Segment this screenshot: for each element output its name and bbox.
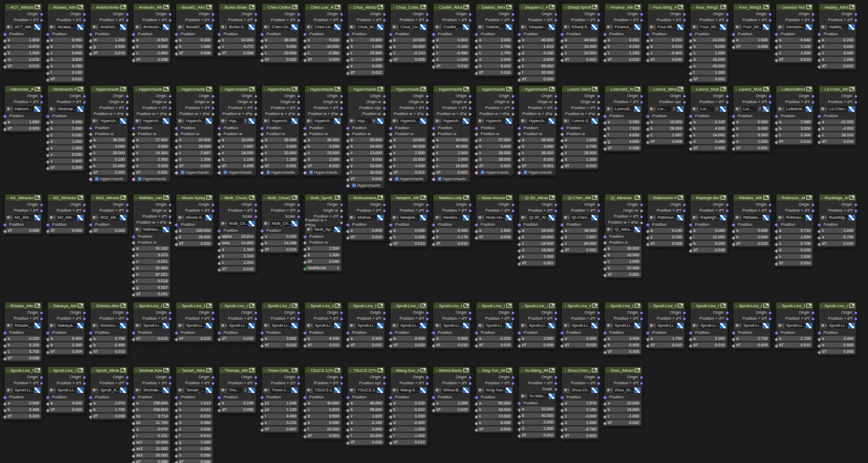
output-socket-origin[interactable] <box>640 311 643 315</box>
input-socket-position[interactable] <box>346 126 350 131</box>
param-slider-dt[interactable]: dT0.000 <box>520 77 555 81</box>
collapse-icon[interactable]: ⌄ <box>607 87 609 91</box>
library-override-icon[interactable] <box>634 323 641 328</box>
output-socket-position-d-f[interactable] <box>211 382 215 385</box>
param-slider-c[interactable]: c-0.143 <box>392 50 426 55</box>
param-slider-d[interactable]: d1.000 <box>820 57 855 62</box>
nodegroup-browse-button[interactable]: ∨ <box>49 215 56 220</box>
param-slider-e[interactable]: e-1.000 <box>392 427 426 432</box>
nodegroup-name-field[interactable]: Hyperch... <box>528 118 548 124</box>
output-socket-origin[interactable] <box>40 203 43 207</box>
output-socket-position-w-d-w[interactable] <box>511 112 515 116</box>
param-slider-b[interactable]: b5.000 <box>692 44 726 49</box>
nodegroup-name-field[interactable]: Nose-Ho... <box>485 215 505 220</box>
param-slider-dt[interactable]: dT0.010 <box>349 234 384 239</box>
nodegroup-browse-button[interactable]: ∨ <box>563 323 570 328</box>
collapse-icon[interactable]: ⌄ <box>564 369 566 372</box>
node-rabinovich-fabri[interactable]: ⌄Rabinovich-Fabri...OriginPosition + d*f… <box>647 194 685 248</box>
library-override-icon[interactable] <box>34 323 41 328</box>
nodegroup-browse-button[interactable]: ∨ <box>477 24 484 30</box>
collapse-icon[interactable]: ⌄ <box>564 87 566 91</box>
output-socket-position-d-f[interactable] <box>725 100 729 104</box>
input-socket-position[interactable] <box>388 32 393 37</box>
param-slider-d[interactable]: d0.160 <box>349 420 384 425</box>
node-hyperchaotic-ya[interactable]: ⌄Hyperchaotic_Ya...OriginOrigin wPositio… <box>519 85 557 176</box>
output-socket-origin-w[interactable] <box>168 209 172 213</box>
param-slider-dt[interactable]: dT0.012 <box>349 70 384 75</box>
output-socket-position-w-d-w[interactable] <box>125 112 129 116</box>
collapse-icon[interactable]: ⌄ <box>821 196 824 199</box>
input-socket-position[interactable] <box>731 114 736 119</box>
input-socket-position[interactable] <box>260 331 265 335</box>
input-socket-position[interactable] <box>431 331 436 335</box>
input-socket-position[interactable] <box>217 32 222 37</box>
node-sprott-linz-g-at[interactable]: ⌄Sprott-Linz_G_At...OriginPosition + d*f… <box>390 302 428 349</box>
output-socket-position-d-f[interactable] <box>340 18 343 22</box>
nodegroup-name-field[interactable]: Sprott-Li... <box>142 323 162 328</box>
output-socket-origin[interactable] <box>854 203 858 207</box>
param-slider-dt[interactable]: dT0.008 <box>6 356 41 360</box>
input-socket-hyperchaotic[interactable] <box>131 177 136 182</box>
param-slider-v[interactable]: v1.000 <box>777 254 812 259</box>
library-override-icon[interactable] <box>720 323 726 328</box>
library-override-icon[interactable] <box>163 118 169 124</box>
output-socket-position-d-f[interactable] <box>640 215 643 219</box>
node-lorenz-mod1-at[interactable]: ⌄Lorenz_Mod1_At...OriginPosition + d*f∨L… <box>690 85 728 152</box>
collapse-icon[interactable]: ⌄ <box>135 87 138 91</box>
node-sprott-linz-q-at[interactable]: ⌄Sprott-Linz_Q_At...OriginPosition + d*f… <box>819 302 857 356</box>
nodegroup-browse-button[interactable]: ∨ <box>92 24 99 30</box>
output-socket-position-d-f[interactable] <box>40 18 43 22</box>
nodegroup-name-field[interactable]: Lor... <box>656 106 671 112</box>
param-slider-d[interactable]: d0.100 <box>92 157 126 162</box>
nodegroup-name-field[interactable]: Elhadj-S... <box>571 24 591 30</box>
library-override-icon[interactable] <box>634 227 641 232</box>
hyperchaotic-checkbox[interactable]: ✓ <box>224 170 227 174</box>
param-slider-ax1[interactable]: ax110.000 <box>135 440 169 445</box>
nodegroup-browse-button[interactable]: ∨ <box>777 24 784 30</box>
output-socket-origin-w[interactable] <box>382 100 386 104</box>
nodegroup-name-field[interactable]: Four_Wi... <box>742 24 762 30</box>
input-socket-position[interactable] <box>260 32 265 37</box>
nodegroup-name-field[interactable]: Hyperch... <box>442 118 462 124</box>
nodegroup-name-field[interactable]: Zhou-Ch... <box>571 388 591 393</box>
collapse-icon[interactable]: ⌄ <box>478 5 481 9</box>
param-slider-a[interactable]: a0.800 <box>435 37 469 42</box>
param-slider-a[interactable]: a1.800 <box>6 37 41 42</box>
nodegroup-name-field[interactable]: Qi_Attra... <box>614 227 634 232</box>
input-socket-position[interactable] <box>217 395 222 400</box>
param-slider-d[interactable]: d10.000 <box>606 265 641 270</box>
param-slider-dt[interactable]: dT0.006 <box>177 50 212 55</box>
output-socket-position-d-f[interactable] <box>297 106 301 110</box>
collapse-icon[interactable]: ⌄ <box>178 369 181 372</box>
param-slider-a[interactable]: a0.490 <box>49 119 84 124</box>
param-slider-dt[interactable]: dT0.004 <box>49 349 84 354</box>
library-override-icon[interactable] <box>163 323 169 328</box>
output-socket-position-d-f[interactable] <box>40 209 43 213</box>
collapse-icon[interactable]: ⌄ <box>521 196 524 199</box>
param-slider-b[interactable]: b1.500 <box>306 252 341 257</box>
param-slider-a[interactable]: a50.000 <box>477 401 512 405</box>
library-override-icon[interactable] <box>77 388 84 393</box>
library-override-icon[interactable] <box>334 388 341 393</box>
output-socket-origin[interactable] <box>682 311 686 315</box>
input-socket-position-w[interactable] <box>303 132 308 137</box>
input-socket-position[interactable] <box>260 126 265 131</box>
nodegroup-browse-button[interactable]: ∨ <box>563 118 570 124</box>
node-muthuswamy-c[interactable]: ⌄Muthuswamy-C...OriginPosition + d*f∨Mut… <box>347 194 385 241</box>
input-socket-position[interactable] <box>174 331 179 335</box>
output-socket-origin[interactable] <box>211 311 215 315</box>
param-slider-dt[interactable]: dT0.020 <box>392 343 426 347</box>
collapse-icon[interactable]: ⌄ <box>307 196 309 199</box>
collapse-icon[interactable]: ⌄ <box>49 304 52 307</box>
nodegroup-browse-button[interactable]: ∨ <box>435 323 442 328</box>
library-override-icon[interactable] <box>591 323 598 328</box>
output-socket-origin[interactable] <box>82 12 86 16</box>
output-socket-origin[interactable] <box>725 311 729 315</box>
nodegroup-name-field[interactable]: Sprott-Li... <box>485 323 505 328</box>
library-override-icon[interactable] <box>634 24 641 30</box>
collapse-icon[interactable]: ⌄ <box>692 87 695 91</box>
node-sprott-linz-n-at[interactable]: ⌄Sprott-Linz_N_At...OriginPosition + d*f… <box>690 302 728 349</box>
output-socket-origin[interactable] <box>511 311 515 315</box>
input-socket-position-w[interactable] <box>560 132 565 137</box>
output-socket-position-d-f[interactable] <box>82 100 86 104</box>
